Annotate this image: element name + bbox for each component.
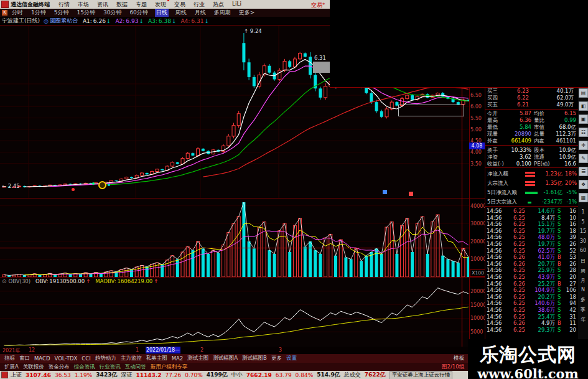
volume-axis-label: 10000: [470, 256, 485, 262]
tab-趋势动力[interactable]: 趋势动力: [95, 355, 116, 362]
tick-count: 16: [562, 208, 576, 215]
timeframe-更多>[interactable]: 更多>: [238, 9, 256, 17]
book-price[interactable]: 6.23: [508, 88, 529, 95]
tab-VOL-TDX[interactable]: VOL-TDX: [54, 355, 77, 362]
status-item: 63.79: [276, 372, 292, 378]
tab-设置[interactable]: 设置: [286, 355, 297, 362]
obv-chart[interactable]: [0, 277, 470, 347]
period-5[interactable]: 5: [578, 219, 588, 225]
grid-icon[interactable]: ▣: [579, 115, 588, 124]
timeframe-多周期[interactable]: 多周期: [213, 9, 232, 17]
period-季[interactable]: 季: [578, 306, 588, 313]
book-row[interactable]: 买四6.2262.0万: [485, 95, 578, 101]
obv-axis-label: 15000: [470, 302, 485, 308]
ma-value-label: A4:: [180, 18, 190, 24]
tab-更多[interactable]: 更多: [271, 355, 282, 362]
timeframe-15分钟[interactable]: 15分钟: [75, 9, 96, 17]
flow-percent: 20%: [562, 179, 577, 188]
volume-chart[interactable]: [0, 198, 470, 277]
tab-关联报价[interactable]: 关联报价: [23, 363, 44, 371]
menu-item-行情[interactable]: 行情: [58, 1, 70, 9]
tick-row: 14:566.2525.9万S28: [485, 267, 578, 274]
tools-icon[interactable]: ❖: [579, 180, 588, 189]
menu-item-发现[interactable]: 发现: [155, 1, 166, 9]
tick-volume: 29.3万: [525, 327, 555, 334]
menu-item-交易[interactable]: 交易: [174, 1, 185, 9]
period-1[interactable]: 1: [578, 209, 588, 215]
split-view-icon[interactable]: ◧: [579, 101, 588, 111]
edit-icon[interactable]: ✎: [579, 154, 588, 163]
tab-新用户福利专享[interactable]: 新用户福利专享: [151, 363, 188, 371]
divider: [485, 145, 578, 146]
tab-扩展A[interactable]: 扩展A: [4, 363, 19, 371]
period-多[interactable]: 多: [578, 296, 588, 303]
obv-indicator-name[interactable]: OBV(30): [9, 278, 31, 284]
book-row[interactable]: 买三6.2340.1万: [485, 88, 578, 95]
plus-icon[interactable]: ✛: [579, 141, 588, 150]
menu-item-行业[interactable]: 行业: [194, 1, 205, 9]
menu-item-专题[interactable]: 专题: [136, 1, 147, 9]
menu-item-市场[interactable]: 市场: [78, 1, 89, 9]
menu-item-资讯[interactable]: 资讯: [97, 1, 108, 9]
stat-label: 外盘: [487, 138, 505, 144]
tick-price: 6.25: [506, 228, 525, 235]
tab-窗口[interactable]: 窗口: [19, 355, 30, 362]
tick-count: 42: [562, 307, 576, 314]
tab-测试幅图A[interactable]: 测试幅图A: [213, 355, 238, 362]
timeframe-30分钟[interactable]: 30分钟: [102, 9, 123, 17]
timeframe-1分钟[interactable]: 1分钟: [30, 9, 47, 17]
timeframe-周线[interactable]: 周线: [174, 9, 188, 17]
menu-item-LiLi[interactable]: LiLi: [232, 1, 241, 9]
table-icon[interactable]: ▦: [579, 193, 588, 202]
tick-count: 18: [562, 228, 576, 235]
blocks-icon[interactable]: ☷: [579, 128, 588, 137]
stat-label: 净资: [487, 154, 508, 161]
timeframe-5分钟[interactable]: 5分钟: [53, 9, 70, 17]
broker-feed-button[interactable]: 平安证券上海上证云行情: [390, 371, 453, 379]
tab-主力监控[interactable]: 主力监控: [121, 355, 142, 362]
tick-price: 6.25: [506, 300, 525, 307]
period-日[interactable]: 日: [578, 258, 588, 264]
period-60[interactable]: 60: [578, 248, 588, 253]
tab-MA2[interactable]: MA2: [172, 355, 184, 362]
tick-row: 14:566.2520.2万S18: [485, 294, 578, 301]
report-icon[interactable]: ▤: [579, 88, 588, 98]
tick-count: 39: [562, 234, 576, 241]
period-15[interactable]: 15: [578, 228, 588, 234]
timeframe-分时[interactable]: 分时: [11, 9, 24, 17]
period-月[interactable]: 月: [578, 277, 588, 284]
tab-综合资讯[interactable]: 综合资讯: [74, 363, 95, 371]
template-button[interactable]: 模板: [454, 355, 464, 362]
tab-测试主图[interactable]: 测试主图: [187, 355, 208, 362]
tick-count: 53: [562, 254, 576, 261]
stat-value: 0.100: [506, 161, 531, 167]
tab-指标[interactable]: 指标: [4, 355, 15, 362]
tab-行业资讯[interactable]: 行业资讯: [100, 363, 121, 371]
period-年[interactable]: 年: [578, 316, 588, 323]
collapse-icon[interactable]: ⊙: [2, 278, 7, 284]
period-30[interactable]: 30: [578, 238, 588, 244]
tab-私募主图[interactable]: 私募主图: [146, 355, 167, 362]
timeframe-60分钟[interactable]: 60分钟: [128, 9, 149, 17]
tab-测试幅图B[interactable]: 测试幅图B: [242, 355, 267, 362]
menu-item-热点[interactable]: 热点: [213, 1, 224, 9]
book-price[interactable]: 6.22: [508, 95, 529, 101]
timeframe-月线[interactable]: 月线: [194, 9, 207, 17]
money-flow-row: 5日净流入额-1.61亿-5%: [485, 188, 578, 197]
tab-互动问答[interactable]: 互动问答: [125, 363, 146, 371]
menu-icon[interactable]: ☰: [579, 167, 588, 176]
stock-name[interactable]: 宁波建工(日线): [2, 17, 40, 25]
menu-item-数据[interactable]: 数据: [116, 1, 128, 9]
period-周[interactable]: 周: [578, 268, 588, 274]
tab-MACD[interactable]: MACD: [34, 355, 50, 362]
timeframe-日线[interactable]: 日线: [155, 9, 169, 17]
flow-label: 大宗流入: [487, 179, 526, 188]
tab-资金分布[interactable]: 资金分布: [49, 363, 70, 371]
tick-count: 94: [562, 300, 576, 307]
indicator-name[interactable]: 圆圈紧粘合: [50, 17, 78, 25]
period-N[interactable]: N: [578, 287, 588, 292]
tick-price: 6.25: [506, 208, 525, 215]
tab-CCI[interactable]: CCI: [82, 355, 90, 362]
book-price[interactable]: 6.21: [508, 101, 529, 108]
book-row[interactable]: 买五6.2149.0万: [485, 101, 578, 108]
